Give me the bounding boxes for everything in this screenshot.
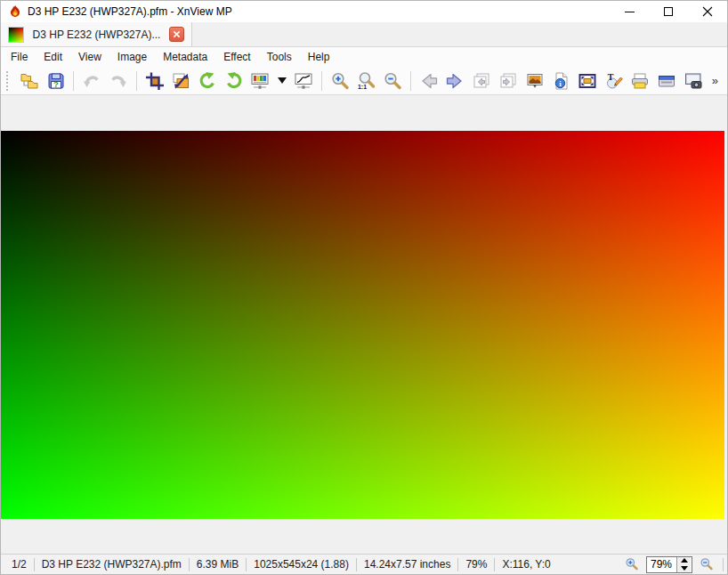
tab-bar: D3 HP E232 (HWP327A)...: [1, 22, 727, 47]
toolbar-overflow-button[interactable]: »: [707, 74, 724, 87]
window-controls: [610, 1, 727, 22]
export-image-button[interactable]: [169, 69, 192, 93]
image-canvas: [1, 95, 727, 554]
browse-folders-icon: [20, 71, 39, 91]
status-zoom-controls: [623, 555, 724, 573]
previous-arrow-icon: [419, 71, 439, 91]
status-filesize: 6.39 MiB: [190, 558, 246, 571]
draw-edit-button[interactable]: T: [603, 69, 626, 93]
adjust-colors-icon: [250, 71, 270, 91]
previous-page-button[interactable]: [470, 69, 493, 93]
rotate-right-icon: [224, 71, 244, 91]
adjust-colors-dropdown-button[interactable]: [275, 69, 288, 93]
fit-to-window-icon: [578, 71, 597, 91]
export-image-icon: [171, 71, 190, 91]
curves-icon: [294, 71, 313, 91]
slideshow-icon: [525, 71, 545, 91]
previous-page-icon: [472, 71, 491, 91]
svg-text:T: T: [607, 71, 613, 81]
status-cursor-position: X:116, Y:0: [495, 558, 557, 571]
zoom-spinbox: [646, 556, 692, 573]
previous-image-button[interactable]: [417, 69, 441, 93]
zoom-in-icon: [330, 71, 350, 91]
tab-close-button[interactable]: [169, 27, 184, 42]
zoom-out-button[interactable]: [381, 69, 404, 93]
next-arrow-icon: [445, 71, 465, 91]
info-icon: i: [551, 71, 570, 91]
zoom-actual-size-button[interactable]: 1:1: [354, 69, 377, 93]
status-filename: D3 HP E232 (HWP327A).pfm: [35, 558, 189, 571]
image-info-button[interactable]: i: [549, 69, 572, 93]
zoom-spin-down-button[interactable]: [677, 564, 691, 572]
xnview-logo-icon: [8, 4, 22, 19]
menu-file[interactable]: File: [3, 49, 36, 65]
rotate-left-button[interactable]: [196, 69, 219, 93]
minimize-icon: [625, 12, 635, 12]
menu-effect[interactable]: Effect: [215, 49, 258, 65]
browse-button[interactable]: [18, 69, 41, 93]
tab-close-icon: [173, 30, 181, 38]
toolbar-separator: [410, 71, 411, 91]
menu-bar: File Edit View Image Metadata Effect Too…: [1, 47, 727, 67]
svg-text:?: ?: [53, 79, 59, 89]
fit-to-window-button[interactable]: [576, 69, 599, 93]
next-page-icon: [498, 71, 518, 91]
slideshow-button[interactable]: [523, 69, 546, 93]
close-button[interactable]: [688, 1, 727, 22]
xnview-window: D3 HP E232 (HWP327A).pfm - XnView MP D3 …: [0, 0, 728, 575]
zoom-in-small-icon: [625, 557, 639, 571]
status-dimensions: 1025x545x24 (1.88): [247, 558, 356, 571]
zoom-in-button[interactable]: [328, 69, 352, 93]
redo-icon: [109, 71, 128, 91]
window-title: D3 HP E232 (HWP327A).pfm - XnView MP: [28, 5, 232, 18]
titlebar: D3 HP E232 (HWP327A).pfm - XnView MP: [1, 1, 727, 22]
menu-edit[interactable]: Edit: [36, 49, 70, 65]
crop-icon: [145, 71, 165, 91]
status-bar: 1/2 D3 HP E232 (HWP327A).pfm 6.39 MiB 10…: [1, 554, 727, 574]
draw-edit-icon: T: [604, 71, 624, 91]
spin-down-icon: [681, 566, 688, 571]
status-print-size: 14.24x7.57 inches: [357, 558, 457, 571]
curves-button[interactable]: [292, 69, 315, 93]
status-page-index: 1/2: [4, 558, 34, 571]
toolbar-grip[interactable]: [6, 71, 11, 91]
zoom-spin-buttons: [676, 557, 691, 572]
minimize-button[interactable]: [610, 1, 649, 22]
crop-button[interactable]: [143, 69, 166, 93]
zoom-out-small-icon: [700, 557, 714, 571]
save-button[interactable]: ?: [44, 69, 68, 93]
screen-capture-icon: [684, 71, 703, 91]
maximize-button[interactable]: [649, 1, 688, 22]
image-tab[interactable]: D3 HP E232 (HWP327A)...: [1, 22, 192, 46]
svg-text:1:1: 1:1: [358, 84, 367, 90]
spin-up-icon: [681, 558, 688, 563]
statusbar-zoom-out-button[interactable]: [698, 555, 716, 573]
scan-button[interactable]: [655, 69, 678, 93]
toolbar-separator: [136, 71, 137, 91]
tab-thumbnail: [8, 27, 24, 43]
menu-help[interactable]: Help: [300, 49, 338, 65]
redo-button[interactable]: [107, 69, 130, 93]
print-button[interactable]: [629, 69, 652, 93]
zoom-actual-size-icon: 1:1: [356, 71, 376, 91]
undo-button[interactable]: [80, 69, 103, 93]
zoom-spin-up-button[interactable]: [677, 557, 691, 565]
statusbar-zoom-in-button[interactable]: [623, 555, 641, 573]
gradient-image[interactable]: [1, 131, 724, 519]
rotate-left-icon: [198, 71, 217, 91]
adjust-colors-button[interactable]: [249, 69, 272, 93]
toolbar-separator: [321, 71, 322, 91]
close-icon: [702, 6, 713, 17]
screen-capture-button[interactable]: [682, 69, 705, 93]
next-page-button[interactable]: [497, 69, 520, 93]
zoom-value-input[interactable]: [647, 557, 676, 572]
menu-view[interactable]: View: [70, 49, 109, 65]
next-image-button[interactable]: [444, 69, 467, 93]
menu-metadata[interactable]: Metadata: [155, 49, 215, 65]
rotate-right-button[interactable]: [222, 69, 246, 93]
menu-tools[interactable]: Tools: [259, 49, 300, 65]
toolbar-separator: [73, 71, 74, 91]
menu-image[interactable]: Image: [109, 49, 155, 65]
zoom-out-icon: [383, 71, 402, 91]
undo-icon: [82, 71, 101, 91]
